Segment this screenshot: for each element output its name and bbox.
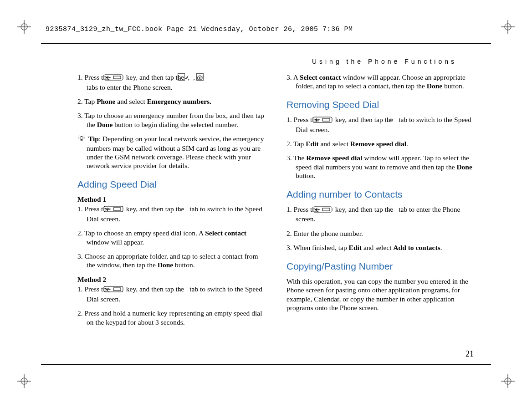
bold-text: Phone [97,97,115,105]
tip-text: : Depending on your local network servic… [87,135,264,169]
hardware-key-icon [322,116,332,125]
text: . [440,244,442,251]
text: and select [319,140,350,148]
crop-mark-icon [17,20,31,34]
right-column: 3. A Select contact window will appear. … [286,73,477,332]
svg-rect-23 [322,118,330,121]
svg-point-16 [80,137,83,140]
svg-rect-25 [322,208,330,211]
text: 3. The [286,154,306,162]
text: key, and then tap the [335,205,395,213]
pdf-header-text: 9235874_3129_zh_tw_FCC.book Page 21 Wedn… [46,26,353,33]
list-item: 2. Tap to choose an empty speed dial ico… [77,229,268,246]
bold-text: Select contact [300,73,341,81]
running-head: Using the Phone Functions [312,58,457,65]
list-item: 3. Choose an appropriate folder, and tap… [77,252,268,270]
paragraph: With this operation, you can copy the nu… [286,277,477,312]
bold-text: Edit [349,244,362,251]
tip-label: Tip [88,135,99,143]
bold-text: Remove speed dial [306,154,362,162]
list-item: 3. A Select contact window will appear. … [286,73,477,91]
text: window will appear. [87,238,144,246]
section-heading: Adding number to Contacts [286,189,477,200]
hardware-key-icon [113,205,123,214]
text: 2. Enter the phone number. [286,230,363,237]
text: tabs to enter the Phone screen. [87,83,268,92]
text: and select [362,244,393,251]
bold-text: Done [158,261,173,269]
svg-rect-19 [113,208,121,210]
text: button. [442,82,464,90]
method-heading: Method 1 [77,195,268,204]
section-heading: Adding Speed Dial [77,178,268,190]
text: and select [115,97,147,105]
text: key, and then tap the [126,285,186,293]
hardware-key-icon [322,206,332,214]
text: button. [173,261,194,269]
crop-mark-icon [17,374,31,388]
list-item: 1. Press the key, and then tap the , , o… [77,73,268,92]
text: key, and then tap the [126,73,186,81]
svg-rect-17 [81,140,82,141]
crop-line [41,43,491,44]
hardware-key-icon [113,286,123,294]
bold-text: Done [456,163,472,171]
bold-text: Edit [306,140,318,148]
list-item: 3. The Remove speed dial window will app… [286,153,477,180]
text: button. [296,172,316,179]
section-heading: Copying/Pasting Number [286,260,477,272]
list-item: 1. Press the key, and then tap the tab t… [77,285,268,303]
bold-text: Remove speed dial [350,140,406,148]
text: key, and then tap the [126,205,186,213]
page-number: 21 [466,349,474,359]
crop-line [41,364,491,365]
list-item: 2. Press and hold a numeric key represen… [77,309,268,326]
text: 3. When finished, tap [286,244,349,251]
lightbulb-icon [77,134,86,143]
svg-rect-21 [113,288,121,291]
text: 2. Tap [77,97,97,105]
bold-text: Emergency numbers. [147,97,211,105]
bold-text: Add to contacts [393,244,440,251]
list-item: 3. Tap to choose an emergency number fro… [77,111,268,129]
left-column: 1. Press the key, and then tap the , , o… [77,73,268,332]
text: . [406,140,408,148]
svg-rect-13 [113,76,121,79]
list-item: 3. When finished, tap Edit and select Ad… [286,243,477,252]
list-item: 2. Tap Phone and select Emergency number… [77,97,268,106]
text: button to begin dialing the selected num… [113,121,238,128]
bold-text: Done [427,82,442,90]
list-item: 1. Press the key, and then tap the tab t… [77,204,268,223]
text: 2. Tap to choose an empty speed dial ico… [77,229,205,237]
tip-box: Tip: Depending on your local network ser… [77,134,268,170]
list-item: 2. Tap Edit and select Remove speed dial… [286,139,477,148]
list-item: 1. Press the key, and then tap the tab t… [286,205,477,224]
page-body: 1. Press the key, and then tap the , , o… [77,73,477,332]
hardware-key-icon [113,74,123,82]
crop-mark-icon [501,374,515,388]
method-heading: Method 2 [77,275,268,284]
bold-text: Done [97,121,113,128]
list-item: 1. Press the key, and then tap the tab t… [286,115,477,134]
text: 3. A [286,73,300,81]
crop-mark-icon [501,20,515,34]
text: 2. Tap [286,140,306,148]
text: key, and then tap the [335,116,395,123]
text: 2. Press and hold a numeric key represen… [77,309,262,326]
list-item: 2. Enter the phone number. [286,229,477,238]
section-heading: Removing Speed Dial [286,99,477,111]
bold-text: Select contact [205,229,246,237]
